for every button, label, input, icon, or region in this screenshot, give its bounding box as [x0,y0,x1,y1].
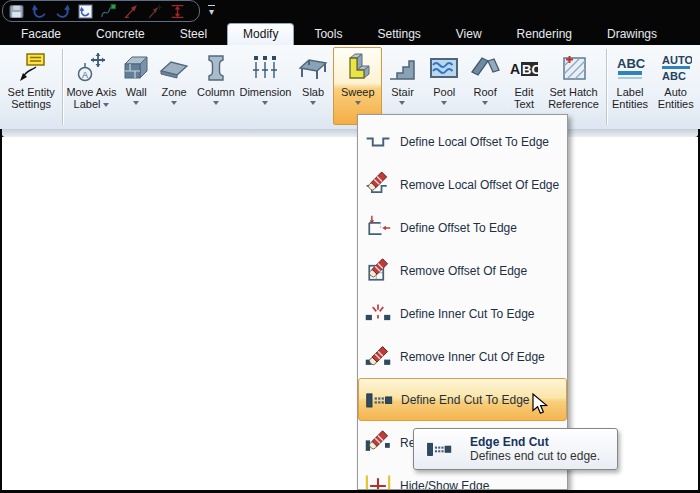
dimension-button[interactable]: Dimension [238,47,292,125]
ribbon-bottom-edge [2,129,698,137]
ribbon-button-label: Auto [664,86,687,98]
tab-steel[interactable]: Steel [165,24,222,45]
ribbon-button-label: Column [197,86,235,98]
snap-arrow-icon[interactable] [121,2,141,20]
chevron-down-icon: ▾ [209,7,214,17]
menu-item-label: Define Inner Cut To Edge [400,307,535,321]
set-hatch-icon [557,50,591,86]
tooltip-title: Edge End Cut [470,435,600,449]
chevron-down-icon [133,101,139,105]
ribbon-button-label: Entities [658,98,694,110]
zone-icon [157,50,191,86]
chevron-down-icon [262,101,268,105]
hide-show-edge-icon [363,471,393,491]
menu-item-define-local-offset-to-edge[interactable]: Define Local Offset To Edge [358,120,567,163]
chevron-down-icon [171,101,177,105]
tab-facade[interactable]: Facade [6,24,76,45]
add-point-icon[interactable] [144,2,164,20]
menu-item-label: Remove Local Offset Of Edge [400,178,559,192]
ribbon-button-label: Sweep [341,86,375,98]
ribbon-button-label: Stair [391,86,414,98]
save-icon[interactable] [6,2,26,20]
offset-icon [363,213,393,243]
undo-icon[interactable] [29,2,49,20]
menu-item-label: Define End Cut To Edge [401,393,530,407]
ribbon-button-label: Slab [302,86,324,98]
quick-access-toolbar: ▾ [0,0,700,22]
tab-tools[interactable]: Tools [299,24,357,45]
ribbon-tab-bar: FacadeConcreteSteelModifyToolsSettingsVi… [0,22,700,45]
column-button[interactable]: Column [194,47,239,125]
ribbon-button-label: Edit [515,86,534,98]
chevron-down-icon [441,101,447,105]
ribbon-button-label: Label [74,98,110,110]
ribbon-button-label: Settings [11,98,51,110]
roof-icon [468,50,502,86]
move-axis-label-button[interactable]: Move AxisLabel [65,47,117,125]
tab-rendering[interactable]: Rendering [502,24,587,45]
wall-icon [119,50,153,86]
undo-box-icon[interactable] [75,2,95,20]
ribbon-button-label: Pool [433,86,455,98]
application-window: ▾ FacadeConcreteSteelModifyToolsSettings… [0,0,700,493]
ribbon-button-label: Wall [126,86,147,98]
tab-view[interactable]: View [441,24,497,45]
chevron-down-icon [213,101,219,105]
auto-entities-icon [659,50,693,86]
column-icon [199,50,233,86]
tab-modify[interactable]: Modify [227,23,294,45]
edge-end-cut-icon [426,436,452,462]
sweep-icon [341,50,375,86]
local-offset-icon [363,127,393,157]
menu-item-define-inner-cut-to-edge[interactable]: Define Inner Cut To Edge [358,292,567,335]
pool-icon [427,50,461,86]
redo-icon[interactable] [52,2,72,20]
move-axis-label-icon [75,50,109,86]
menu-item-label: Remove Offset Of Edge [400,264,527,278]
set-entity-settings-button[interactable]: Set EntitySettings [2,47,60,125]
qat-overflow-button[interactable]: ▾ [208,5,215,17]
menu-item-remove-local-offset-of-edge[interactable]: Remove Local Offset Of Edge [358,163,567,206]
slab-button[interactable]: Slab [293,47,334,125]
tooltip-text: Edge End Cut Defines end cut to edge. [470,435,600,463]
stair-icon [385,50,419,86]
menu-item-define-offset-to-edge[interactable]: Define Offset To Edge [358,206,567,249]
remove-inner-cut-icon [363,342,393,372]
tab-settings[interactable]: Settings [362,24,435,45]
chevron-down-icon [103,103,109,107]
ribbon-button-label: Set Entity [8,86,55,98]
menu-item-label: Define Local Offset To Edge [400,135,549,149]
chevron-down-icon [399,101,405,105]
wall-button[interactable]: Wall [118,47,155,125]
set-entity-settings-icon [14,50,48,86]
slab-icon [296,50,330,86]
tooltip-description: Defines end cut to edge. [470,449,600,463]
mouse-cursor-icon [532,393,549,415]
chevron-down-icon [482,101,488,105]
ribbon-button-label: Label [617,86,644,98]
quick-access-pill [2,0,200,22]
tab-drawings[interactable]: Drawings [592,24,672,45]
menu-item-label: Remove Inner Cut Of Edge [400,350,545,364]
menu-item-label: Define Offset To Edge [400,221,517,235]
label-entities-icon [613,50,647,86]
ribbon-group-separator [62,49,63,125]
zone-button[interactable]: Zone [155,47,194,125]
ribbon-button-label: Entities [612,98,648,110]
edit-text-icon [507,50,541,86]
spline-icon[interactable] [98,2,118,20]
ribbon-button-label: Reference [548,98,599,110]
label-entities-button[interactable]: LabelEntities [609,47,652,125]
remove-offset-icon [363,256,393,286]
dimension-red-icon[interactable] [167,2,187,20]
tab-concrete[interactable]: Concrete [81,24,160,45]
auto-entities-button[interactable]: AutoEntities [651,47,700,125]
ribbon-button-label: Roof [473,86,496,98]
remove-end-cut-icon [363,428,393,458]
menu-item-remove-inner-cut-of-edge[interactable]: Remove Inner Cut Of Edge [358,335,567,378]
menu-item-remove-offset-of-edge[interactable]: Remove Offset Of Edge [358,249,567,292]
ribbon: Set EntitySettingsMove AxisLabelWallZone… [0,45,700,129]
ribbon-button-label: Text [514,98,534,110]
tooltip: Edge End Cut Defines end cut to edge. [413,428,618,470]
ribbon-group-separator [606,49,607,125]
